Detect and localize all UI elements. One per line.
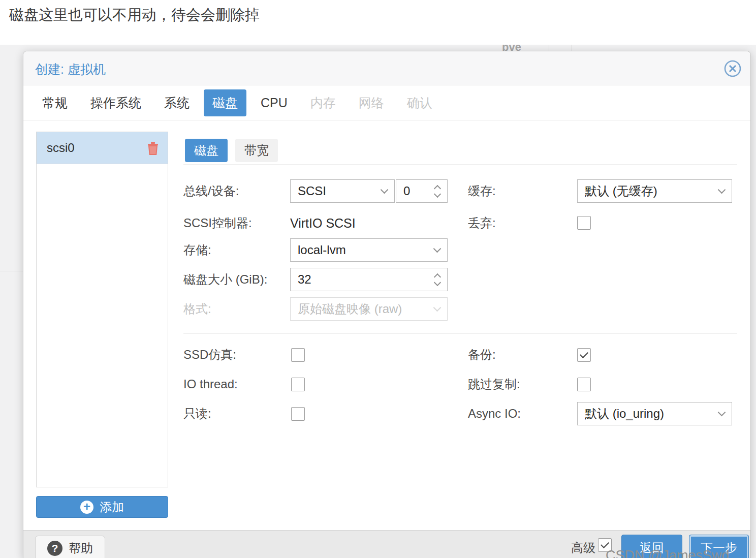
spinner-arrows-icon[interactable] xyxy=(435,186,440,197)
chevron-down-icon[interactable] xyxy=(718,185,726,194)
discard-label: 丢弃: xyxy=(468,213,496,233)
bus-index-spinner[interactable]: 0 xyxy=(396,179,448,203)
format-label: 格式: xyxy=(183,297,211,321)
close-icon[interactable] xyxy=(723,59,742,78)
create-vm-dialog: 创建: 虚拟机 常规 操作系统 系统 磁盘 CPU 内存 网络 确认 scsi0 xyxy=(23,51,751,558)
spinner-arrows-icon[interactable] xyxy=(435,274,440,285)
readonly-checkbox[interactable] xyxy=(291,407,305,421)
disk-size-spinner[interactable]: 32 xyxy=(290,268,448,291)
tab-confirm: 确认 xyxy=(398,89,441,116)
tab-os[interactable]: 操作系统 xyxy=(82,89,150,116)
skip-replication-label: 跳过复制: xyxy=(468,374,520,394)
subtab-disk[interactable]: 磁盘 xyxy=(185,139,228,162)
dialog-title: 创建: 虚拟机 xyxy=(35,61,106,78)
scsi-controller-value: VirtIO SCSI xyxy=(290,213,356,233)
chevron-down-icon[interactable] xyxy=(381,185,389,194)
advanced-label: 高级 xyxy=(571,540,595,556)
background-divider xyxy=(0,271,23,271)
chevron-down-icon[interactable] xyxy=(718,408,726,416)
chevron-down-icon xyxy=(433,303,442,312)
tab-memory: 内存 xyxy=(302,89,344,116)
bus-device-label: 总线/设备: xyxy=(183,179,239,203)
divider xyxy=(183,164,737,165)
add-disk-button[interactable]: 添加 xyxy=(36,496,168,518)
scsi-controller-label: SCSI控制器: xyxy=(183,213,252,233)
chevron-down-icon[interactable] xyxy=(433,244,442,253)
add-disk-label: 添加 xyxy=(100,499,124,515)
tab-system[interactable]: 系统 xyxy=(155,89,198,116)
plus-icon xyxy=(80,501,93,514)
help-icon xyxy=(47,541,62,556)
disk-list-panel: scsi0 xyxy=(36,132,168,487)
bus-device-select[interactable]: SCSI xyxy=(290,179,395,203)
storage-label: 存储: xyxy=(183,238,211,262)
ssd-emulation-label: SSD仿真: xyxy=(183,345,236,365)
format-select: 原始磁盘映像 (raw) xyxy=(290,297,448,321)
trash-icon[interactable] xyxy=(146,140,160,156)
tab-disks[interactable]: 磁盘 xyxy=(204,89,246,116)
page-note: 磁盘这里也可以不用动，待会会删除掉 xyxy=(9,5,260,25)
backup-label: 备份: xyxy=(468,345,496,365)
readonly-label: 只读: xyxy=(183,404,211,424)
tab-general[interactable]: 常规 xyxy=(34,89,76,116)
disk-name: scsi0 xyxy=(47,141,146,155)
cache-select[interactable]: 默认 (无缓存) xyxy=(577,179,732,203)
tab-cpu[interactable]: CPU xyxy=(252,90,296,115)
storage-select[interactable]: local-lvm xyxy=(290,238,448,262)
subtab-bandwidth[interactable]: 带宽 xyxy=(235,139,278,162)
screen: 磁盘这里也可以不用动，待会会删除掉 pve 创建: 虚拟机 常规 操作系统 系统… xyxy=(0,0,756,558)
help-button[interactable]: 帮助 xyxy=(35,536,105,558)
skip-replication-checkbox[interactable] xyxy=(577,378,591,391)
async-io-select[interactable]: 默认 (io_uring) xyxy=(577,402,732,425)
discard-checkbox[interactable] xyxy=(577,216,591,230)
tab-network: 网络 xyxy=(350,89,393,116)
disk-list-item-scsi0[interactable]: scsi0 xyxy=(37,132,168,164)
help-label: 帮助 xyxy=(69,540,93,556)
io-thread-label: IO thread: xyxy=(183,374,238,394)
backup-checkbox[interactable] xyxy=(577,348,591,362)
ssd-emulation-checkbox[interactable] xyxy=(291,348,305,362)
watermark: CSDN @JamesSwd xyxy=(606,548,729,558)
disk-size-label: 磁盘大小 (GiB): xyxy=(183,268,267,291)
dialog-header: 创建: 虚拟机 xyxy=(23,51,750,85)
io-thread-checkbox[interactable] xyxy=(291,378,305,391)
async-io-label: Async IO: xyxy=(468,402,521,425)
wizard-tabbar: 常规 操作系统 系统 磁盘 CPU 内存 网络 确认 xyxy=(23,86,750,120)
divider xyxy=(183,333,737,334)
cache-label: 缓存: xyxy=(468,179,496,203)
